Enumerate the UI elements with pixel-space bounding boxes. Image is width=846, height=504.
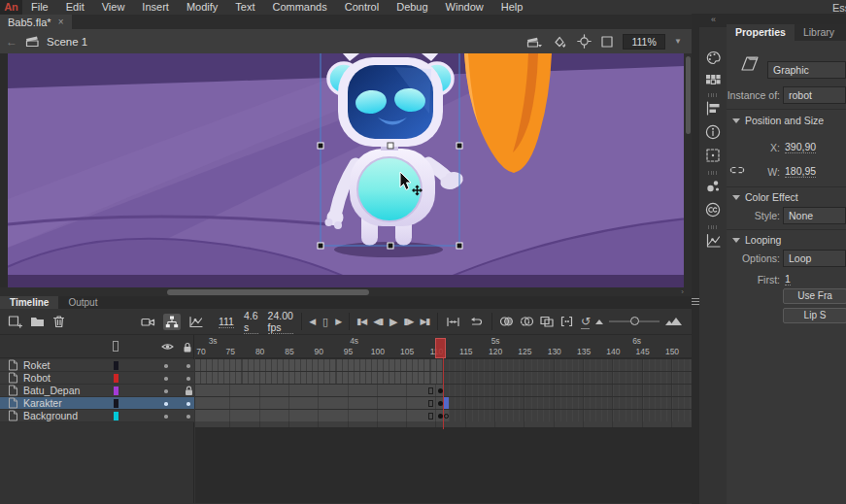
timeline-zoom-slider[interactable] <box>609 320 660 322</box>
section-looping[interactable]: Looping <box>732 234 781 246</box>
zoom-slider-knob[interactable] <box>630 317 639 325</box>
info-panel-icon[interactable] <box>705 124 722 140</box>
layer-name[interactable]: Karakter <box>23 397 62 409</box>
modify-markers-icon[interactable] <box>560 316 573 327</box>
layer-lock-dot[interactable] <box>186 402 190 406</box>
graph-editor-icon[interactable] <box>188 316 203 328</box>
transform-point[interactable] <box>388 143 393 149</box>
tab-timeline[interactable]: Timeline <box>0 296 58 309</box>
handle-bottom-left[interactable] <box>318 243 323 249</box>
layer-row-background[interactable]: Background <box>0 410 194 422</box>
menu-item-commands[interactable]: Commands <box>263 0 335 15</box>
layer-lock-dot[interactable] <box>186 364 190 368</box>
tab-library[interactable]: Library <box>795 24 843 41</box>
elapsed-time-value[interactable]: 4.6 s <box>244 310 258 334</box>
layer-visibility-dot[interactable] <box>164 377 168 381</box>
instance-name-field[interactable]: robot <box>783 86 846 104</box>
tab-output[interactable]: Output <box>58 296 107 309</box>
playhead-marker[interactable] <box>435 338 446 358</box>
menu-item-debug[interactable]: Debug <box>388 0 436 15</box>
layer-name[interactable]: Robot <box>23 372 51 384</box>
transform-panel-icon[interactable] <box>705 148 722 163</box>
last-frame-button[interactable]: ▶▮ <box>420 317 429 326</box>
reset-timeline-zoom-icon[interactable]: ↺ <box>581 315 590 329</box>
stage-viewport[interactable]: › <box>0 53 692 296</box>
first-frame-value[interactable]: 1 <box>785 273 791 286</box>
collapse-panels-icon[interactable]: « <box>711 15 716 24</box>
section-position-size[interactable]: Position and Size <box>732 115 824 126</box>
frame-span[interactable] <box>195 397 443 409</box>
zoom-level-input[interactable]: 111% <box>623 34 665 50</box>
prev-frame-button[interactable]: ◀▮ <box>373 317 383 326</box>
layer-row-batu_depan[interactable]: Batu_Depan <box>0 385 194 397</box>
scroll-right-icon[interactable]: › <box>681 287 684 296</box>
stage-vertical-scrollbar[interactable] <box>684 53 692 287</box>
camera-icon[interactable] <box>141 316 155 328</box>
edit-scene-icon[interactable] <box>526 35 543 49</box>
layer-row-karakter[interactable]: Karakter <box>0 397 194 410</box>
use-frame-picker-button[interactable]: Use Fra <box>783 288 846 304</box>
handle-mid-right[interactable] <box>457 143 462 149</box>
frame-span[interactable] <box>195 359 443 371</box>
lock-column-icon[interactable] <box>182 342 193 353</box>
frame-span[interactable] <box>195 372 443 384</box>
zoom-dropdown-icon[interactable]: ▼ <box>674 37 682 46</box>
step-back-button[interactable]: ◀ <box>309 317 315 326</box>
layer-locked-icon[interactable] <box>184 386 194 396</box>
layer-visibility-dot[interactable] <box>164 402 168 406</box>
marker-range-icon[interactable] <box>446 316 460 328</box>
menu-item-control[interactable]: Control <box>336 0 388 15</box>
handle-mid-left[interactable] <box>318 143 323 149</box>
loop-playback-icon[interactable] <box>468 316 484 328</box>
layer-lock-dot[interactable] <box>186 377 190 381</box>
lip-syncing-button[interactable]: Lip S <box>783 308 846 323</box>
stage-horizontal-scrollbar[interactable]: › <box>0 287 692 296</box>
play-button[interactable]: ▶ <box>389 316 396 328</box>
layer-row-robot[interactable]: Robot <box>0 372 194 385</box>
scrollbar-thumb[interactable] <box>167 289 369 295</box>
layer-visibility-dot[interactable] <box>164 364 168 368</box>
step-forward-button[interactable]: ▶ <box>335 317 341 326</box>
clip-content-icon[interactable] <box>600 35 614 49</box>
align-panel-icon[interactable] <box>705 101 722 116</box>
menu-item-edit[interactable]: Edit <box>57 0 93 15</box>
frame-rate-value[interactable]: 24.00 fps <box>268 310 293 334</box>
menu-item-window[interactable]: Window <box>437 0 492 15</box>
x-value[interactable]: 390,90 <box>785 141 816 153</box>
tab-properties[interactable]: Properties <box>727 24 795 41</box>
loop-options-dropdown[interactable]: Loop <box>783 250 846 267</box>
symbol-type-dropdown[interactable]: Graphic <box>767 61 846 79</box>
close-tab-icon[interactable]: × <box>58 17 64 27</box>
layer-row-roket[interactable]: Roket <box>0 359 194 372</box>
layer-visibility-dot[interactable] <box>164 415 168 419</box>
workspace-switcher[interactable]: Ess <box>832 2 846 14</box>
layer-name[interactable]: Background <box>23 410 78 421</box>
new-folder-icon[interactable] <box>30 315 45 328</box>
layer-name[interactable]: Roket <box>23 359 50 371</box>
w-value[interactable]: 180,95 <box>785 165 816 178</box>
handle-bottom-right[interactable] <box>457 243 462 249</box>
current-frame-value[interactable]: 111 <box>219 316 234 328</box>
menu-item-help[interactable]: Help <box>492 0 532 15</box>
layer-visibility-dot[interactable] <box>164 389 168 393</box>
swatches-panel-icon[interactable] <box>705 74 722 87</box>
brush-library-panel-icon[interactable] <box>705 179 722 194</box>
frames-area[interactable]: 3s4s5s6s70758085909510010511011512012513… <box>195 335 692 503</box>
onion-skin-icon[interactable] <box>499 316 514 327</box>
frame-span[interactable] <box>195 385 443 396</box>
menu-item-file[interactable]: File <box>22 0 57 15</box>
menu-item-view[interactable]: View <box>93 0 134 15</box>
color-panel-icon[interactable] <box>705 50 722 65</box>
show-hide-eye-icon[interactable] <box>161 342 174 352</box>
layer-lock-dot[interactable] <box>186 415 190 419</box>
handle-bottom-mid[interactable] <box>388 243 393 249</box>
center-frame-icon[interactable] <box>577 34 592 49</box>
edit-multiple-frames-icon[interactable] <box>540 316 555 327</box>
stage-canvas[interactable] <box>8 53 684 287</box>
first-frame-button[interactable]: ▮◀ <box>356 317 366 326</box>
empty-keyframe-ring[interactable] <box>444 414 449 419</box>
menu-item-insert[interactable]: Insert <box>133 0 178 15</box>
zoom-out-frames-icon[interactable] <box>595 319 603 324</box>
menu-item-text[interactable]: Text <box>226 0 263 15</box>
layer-name[interactable]: Batu_Depan <box>23 385 80 396</box>
